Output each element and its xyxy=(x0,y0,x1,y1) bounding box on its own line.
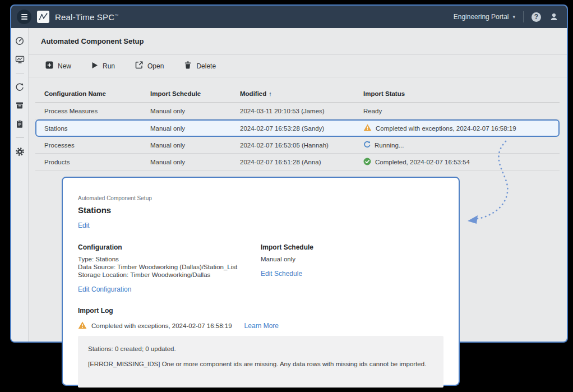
trademark-symbol: ™ xyxy=(114,13,118,17)
configuration-type: Type: Stations xyxy=(78,255,261,263)
page-title: Automated Component Setup xyxy=(41,37,144,45)
new-button[interactable]: New xyxy=(45,61,71,71)
play-icon xyxy=(91,62,98,71)
import-log-heading: Import Log xyxy=(78,307,443,315)
open-button-label: Open xyxy=(147,62,164,70)
import-schedule-heading: Import Schedule xyxy=(261,243,313,251)
portal-selector[interactable]: Engineering Portal ▾ xyxy=(454,13,515,21)
topbar-divider xyxy=(523,11,524,22)
run-button-label: Run xyxy=(103,62,115,70)
help-icon[interactable]: ? xyxy=(532,12,541,22)
edit-configuration-link[interactable]: Edit Configuration xyxy=(78,285,131,293)
sync-icon[interactable] xyxy=(15,82,25,92)
column-header-import-status[interactable]: Import Status xyxy=(363,90,551,97)
app-logo-icon xyxy=(37,11,49,23)
edit-schedule-link[interactable]: Edit Schedule xyxy=(261,270,302,278)
table-header-row: Configuration Name Import Schedule Modif… xyxy=(35,85,560,103)
column-header-import-schedule[interactable]: Import Schedule xyxy=(150,90,240,97)
trash-icon xyxy=(184,61,192,71)
annotation-arrow xyxy=(455,133,531,229)
configuration-section: Configuration Type: Stations Data Source… xyxy=(78,243,261,294)
brand-title: Real-Time SPC™ xyxy=(55,12,118,22)
open-external-icon xyxy=(135,61,143,71)
import-log-output: Stations: 0 created; 0 updated. [ERROR_M… xyxy=(78,336,443,388)
status-text: Ready xyxy=(363,108,382,114)
run-button[interactable]: Run xyxy=(91,62,115,71)
import-schedule-section: Import Schedule Manual only Edit Schedul… xyxy=(261,243,313,294)
sidebar-divider xyxy=(16,137,24,138)
status-text: Running... xyxy=(375,142,404,149)
archive-icon[interactable] xyxy=(15,100,25,110)
hamburger-menu-icon[interactable] xyxy=(17,10,31,24)
page-header: Automated Component Setup xyxy=(29,28,567,55)
plus-square-icon xyxy=(45,61,53,71)
top-bar: Real-Time SPC™ Engineering Portal ▾ ? xyxy=(11,6,567,28)
running-icon xyxy=(363,141,371,149)
log-line: [ERROR_MISSING_IDS] One or more componen… xyxy=(88,361,433,367)
configuration-storage-location: Storage Location: Timber Woodworking/Dal… xyxy=(78,271,261,279)
import-log-status: Completed with exceptions, 2024-02-07 16… xyxy=(78,321,443,330)
table-row[interactable]: Process Measures Manual only 2024-03-11 … xyxy=(35,103,560,119)
clipboard-icon[interactable] xyxy=(15,119,25,129)
edit-link[interactable]: Edit xyxy=(78,222,90,229)
log-line: Stations: 0 created; 0 updated. xyxy=(88,345,433,352)
gear-icon[interactable] xyxy=(15,146,25,156)
column-header-modified[interactable]: Modified↑ xyxy=(240,90,363,97)
gauge-icon[interactable] xyxy=(15,36,25,46)
warning-icon xyxy=(78,321,87,330)
chart-monitor-icon[interactable] xyxy=(15,54,25,64)
import-schedule-value: Manual only xyxy=(261,255,313,263)
configuration-heading: Configuration xyxy=(78,243,261,251)
warning-icon xyxy=(363,124,372,132)
sort-ascending-icon: ↑ xyxy=(269,90,272,97)
open-button[interactable]: Open xyxy=(135,61,164,71)
detail-title: Stations xyxy=(78,205,443,215)
new-button-label: New xyxy=(58,62,71,70)
detail-breadcrumb: Automated Component Setup xyxy=(78,195,443,201)
sidebar-divider xyxy=(16,73,24,73)
user-profile-icon[interactable] xyxy=(549,12,559,22)
learn-more-link[interactable]: Learn More xyxy=(244,322,279,330)
column-header-configuration-name[interactable]: Configuration Name xyxy=(44,90,150,97)
delete-button[interactable]: Delete xyxy=(184,61,216,71)
sidebar xyxy=(11,28,29,342)
delete-button-label: Delete xyxy=(196,62,216,70)
import-log-status-text: Completed with exceptions, 2024-02-07 16… xyxy=(91,322,232,329)
toolbar: New Run xyxy=(29,55,567,77)
status-text: Completed with exceptions, 2024-02-07 16… xyxy=(376,125,516,132)
success-icon xyxy=(363,158,371,167)
chevron-down-icon: ▾ xyxy=(512,14,515,20)
configuration-data-source: Data Source: Timber Woodworking (Dallas)… xyxy=(78,263,261,271)
detail-panel: Automated Component Setup Stations Edit … xyxy=(62,177,460,386)
